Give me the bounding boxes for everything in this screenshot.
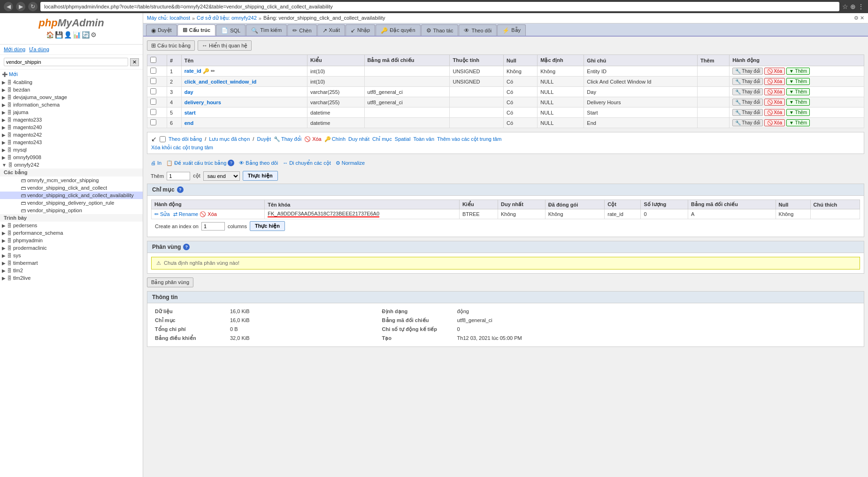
row5-checkbox[interactable] (147, 108, 167, 118)
db-omnyfy242[interactable]: ▼ 🗄 omnyfy242 (0, 161, 143, 169)
user-icon[interactable]: 👤 (64, 31, 72, 38)
variables-icon[interactable]: 📊 (73, 31, 81, 38)
table-vsca[interactable]: 🗃 vendor_shipping_click_and_collect_avai… (0, 192, 143, 199)
suggest-help-icon[interactable]: ? (228, 160, 234, 166)
xoa-khoi-link[interactable]: Xóa khỏi các cột trung tâm (151, 145, 213, 150)
row4-checkbox[interactable] (147, 97, 167, 108)
favorites-link[interactable]: Ưa dùng (29, 46, 49, 53)
row3-change-btn[interactable]: 🔧 Thay đổi (732, 88, 763, 95)
row2-delete-btn[interactable]: 🚫 Xóa (764, 78, 785, 85)
cau-truc-bang-button[interactable]: ⊞ Cấu trúc bảng (147, 40, 195, 51)
tab-chen[interactable]: ✏ Chèn (287, 24, 316, 36)
theo-doi-bang-check[interactable] (160, 136, 166, 142)
row3-delete-btn[interactable]: 🚫 Xóa (764, 88, 785, 95)
row6-add-btn[interactable]: ▼ Thêm (786, 119, 810, 126)
new-db-item[interactable]: ➕ Mới (0, 70, 143, 78)
db-prodermaclinic[interactable]: ▶ 🗄 prodermaclinic (0, 244, 143, 252)
bang-theo-doi-link[interactable]: 👁 Bảng theo dõi (239, 160, 278, 166)
back-button[interactable]: ◀ (4, 2, 13, 11)
db-mysql[interactable]: ▶ 🗄 mysql (0, 146, 143, 154)
create-index-input[interactable] (201, 222, 225, 231)
extensions-icon[interactable]: ⊕ (850, 3, 856, 10)
db-timbermart[interactable]: ▶ 🗄 timbermart (0, 259, 143, 267)
row1-change-btn[interactable]: 🔧 Thay đổi (732, 68, 763, 75)
refresh-button[interactable]: ↻ (28, 2, 38, 11)
tab-nhap[interactable]: ↙ Nhập (346, 24, 375, 36)
db-sys[interactable]: ▶ 🗄 sys (0, 252, 143, 259)
db-magento242[interactable]: ▶ 🗄 magento242 (0, 131, 143, 138)
db-4cabling[interactable]: ▶ 🗄 4cabling (0, 78, 143, 86)
di-chuyen-link[interactable]: ↔ Di chuyển các cột (283, 160, 331, 166)
spatial-link[interactable]: Spatial (395, 136, 411, 142)
url-bar[interactable]: localhost/phpmyadmin/index.php?route=/ta… (40, 2, 839, 11)
idx-delete-link[interactable]: 🚫 Xóa (200, 211, 217, 217)
new-user-link[interactable]: Mới dùng (4, 46, 25, 53)
toan-van-link[interactable]: Toàn văn (413, 136, 434, 142)
col-name-day[interactable]: day (184, 89, 193, 95)
db-tlm2live[interactable]: ▶ 🗄 tlm2live (0, 274, 143, 282)
server-icon[interactable]: 💾 (55, 31, 63, 38)
db-phpmyadmin[interactable]: ▶ 🗄 phpmyadmin (0, 237, 143, 244)
them-vao-link[interactable]: Thêm vào các cột trung tâm (437, 136, 501, 142)
normalize-link[interactable]: ⚙ Normalize (336, 160, 365, 166)
col-name-rate-id[interactable]: rate_id (184, 68, 201, 74)
theo-doi-bang-link[interactable]: Theo dõi bảng (169, 136, 202, 142)
row5-delete-btn[interactable]: 🚫 Xóa (764, 109, 785, 116)
replication-icon[interactable]: 🔄 (82, 31, 90, 38)
thay-doi-link[interactable]: 🔧 Thay đổi (274, 136, 301, 142)
idx-edit-link[interactable]: ✏ Sửa (154, 211, 170, 217)
idx-rename-link[interactable]: ⇄ Rename (173, 211, 199, 217)
table-vsdor[interactable]: 🗃 vendor_shipping_delivery_option_rule (0, 199, 143, 207)
col-name-start[interactable]: start (184, 110, 196, 115)
tab-cau-truc[interactable]: ⊞ Cấu trúc (177, 24, 216, 36)
col-name-delivery-hours[interactable]: delivery_hours (184, 100, 221, 105)
chi-muc-link[interactable]: Chỉ mục (372, 136, 392, 142)
index-help-icon[interactable]: ? (177, 186, 184, 193)
row6-change-btn[interactable]: 🔧 Thay đổi (732, 119, 763, 126)
db-tlm2[interactable]: ▶ 🗄 tlm2 (0, 267, 143, 274)
row2-checkbox[interactable] (147, 77, 167, 87)
db-jajuma[interactable]: ▶ 🗄 jajuma (0, 108, 143, 116)
settings-icon[interactable]: ⚙ (91, 31, 97, 38)
db-performance-schema[interactable]: ▶ 🗄 performance_schema (0, 229, 143, 237)
star-icon[interactable]: ☆ (842, 3, 848, 10)
tab-thao-tac[interactable]: ⚙ Thao tác (421, 24, 459, 36)
forward-button[interactable]: ▶ (16, 2, 25, 11)
row1-edit-icon[interactable]: ✏ (211, 68, 215, 74)
row1-add-btn[interactable]: ▼ Thêm (786, 68, 810, 75)
duyet-link[interactable]: Duyệt (257, 136, 271, 142)
db-magento243[interactable]: ▶ 🗄 magento243 (0, 138, 143, 146)
select-all-checkbox[interactable] (150, 57, 156, 63)
db-information-schema[interactable]: ▶ 🗄 information_schema (0, 101, 143, 108)
db-bezdan[interactable]: ▶ 🗄 bezdan (0, 86, 143, 93)
tab-theo-doi[interactable]: 👁 Theo dõi (459, 24, 497, 36)
duy-nhat-link[interactable]: Duy nhất (348, 136, 369, 142)
row4-add-btn[interactable]: ▼ Thêm (786, 99, 810, 106)
db-devjajuma[interactable]: ▶ 🗄 devjajuma_oowv_stage (0, 93, 143, 101)
tab-xuat[interactable]: ↗ Xuất (317, 24, 346, 36)
db-omnyfy0908[interactable]: ▶ 🗄 omnyfy0908 (0, 154, 143, 161)
chinh-link[interactable]: 🔑 Chính (324, 136, 346, 142)
table-omnyfy-mcm[interactable]: 🗃 omnyfy_mcm_vendor_shipping (0, 177, 143, 184)
search-input[interactable] (4, 58, 128, 66)
tab-sql[interactable]: 📄 SQL (216, 24, 246, 36)
breadcrumb-db[interactable]: Cơ sở dữ liệu: omnyfy242 (197, 15, 257, 21)
breadcrumb-server[interactable]: Máy chủ: localhost (147, 15, 190, 21)
row3-checkbox[interactable] (147, 87, 167, 97)
hien-thi-quan-he-button[interactable]: ↔ Hiển thị quan hệ (198, 40, 252, 51)
col-name-end[interactable]: end (184, 120, 194, 126)
xoa-link[interactable]: 🚫 Xóa (304, 136, 322, 142)
add-columns-input[interactable] (167, 172, 190, 180)
table-vsc[interactable]: 🗃 vendor_shipping_click_and_collect (0, 184, 143, 192)
tab-bay[interactable]: ⚡ Bẫy (497, 24, 526, 36)
row2-add-btn[interactable]: ▼ Thêm (786, 78, 810, 85)
tab-dac-quyen[interactable]: 🔑 Đặc quyền (376, 24, 420, 36)
row1-delete-btn[interactable]: 🚫 Xóa (764, 68, 785, 75)
table-vso[interactable]: 🗃 vendor_shipping_option (0, 207, 143, 214)
row2-change-btn[interactable]: 🔧 Thay đổi (732, 78, 763, 85)
tab-tim-kiem[interactable]: 🔍 Tìm kiếm (246, 24, 287, 36)
row5-add-btn[interactable]: ▼ Thêm (786, 109, 810, 116)
print-link[interactable]: 🖨 In (151, 160, 161, 166)
menu-icon[interactable]: ⋮ (858, 3, 864, 10)
tab-duyet[interactable]: ◉ Duyệt (146, 24, 177, 36)
